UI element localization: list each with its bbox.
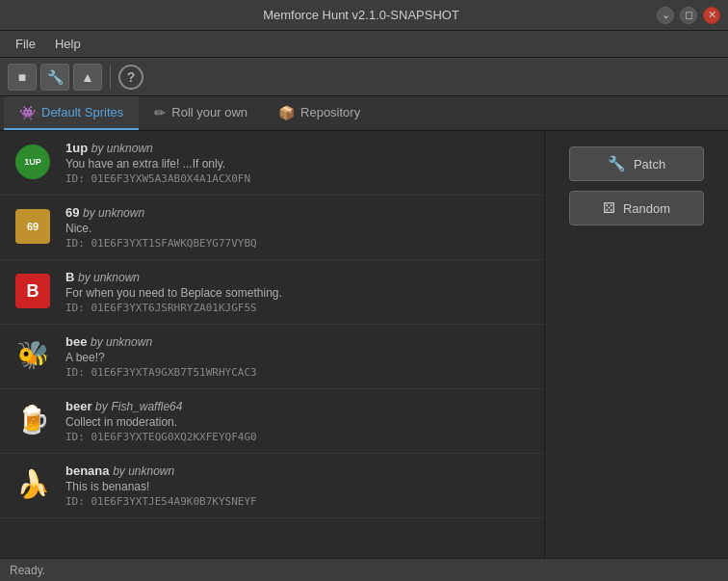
sprite-name: beer by Fish_waffle64 <box>65 399 533 413</box>
random-label: Random <box>623 201 670 216</box>
list-item[interactable]: 69 69 by unknown Nice. ID: 01E6F3YXT1SFA… <box>0 196 544 260</box>
sprite-id: ID: 01E6F3YXW5A3AB0X4A1ACX0FN <box>65 172 533 185</box>
status-bar: Ready. <box>0 558 728 581</box>
wrench-button[interactable]: 🔧 <box>40 64 69 91</box>
sprite-name: bee by unknown <box>65 334 533 349</box>
list-item[interactable]: 1up by unknown You have an extra life! .… <box>0 131 544 196</box>
menu-bar: File Help <box>0 31 728 58</box>
sprite-id: ID: 01E6F3YXTJE54A9K0B7KYSNEYF <box>65 495 533 508</box>
sprite-description: A bee!? <box>65 351 533 364</box>
help-button[interactable]: ? <box>118 65 143 90</box>
sprite-icon-container: 69 <box>12 205 54 248</box>
sprite-info: beer by Fish_waffle64 Collect in moderat… <box>65 399 533 443</box>
sprite-icon: 69 <box>15 209 50 244</box>
sprite-name: B by unknown <box>65 270 533 284</box>
sprite-icon-container: 🐝 <box>12 334 54 377</box>
list-item[interactable]: 🍌 benana by unknown This is benanas! ID:… <box>0 454 544 518</box>
toolbar: ■ 🔧 ▲ ? <box>0 58 728 96</box>
sprite-description: Collect in moderation. <box>65 415 533 429</box>
menu-help[interactable]: Help <box>47 34 89 54</box>
layout-button[interactable]: ■ <box>8 64 37 91</box>
tab-default-sprites-label: Default Sprites <box>41 105 123 119</box>
tabs-bar: 👾 Default Sprites ✏ Roll your own 📦 Repo… <box>0 96 728 131</box>
sprite-id: ID: 01E6F3YXT1SFAWKQBEYG77VYBQ <box>65 237 533 250</box>
sprite-name: 1up by unknown <box>65 141 533 155</box>
patch-label: Patch <box>634 157 665 172</box>
sprite-icon: 🐝 <box>16 342 50 369</box>
sprite-icon-container: B <box>12 270 54 312</box>
tab-roll-your-own-label: Roll your own <box>171 105 247 119</box>
repository-icon: 📦 <box>278 105 295 120</box>
list-item[interactable]: 🐝 bee by unknown A bee!? ID: 01E6F3YXTA9… <box>0 325 544 389</box>
patch-button[interactable]: 🔧 Patch <box>569 146 704 181</box>
sprite-info: 69 by unknown Nice. ID: 01E6F3YXT1SFAWKQ… <box>65 205 533 250</box>
sprite-icon-container: 🍺 <box>12 399 54 441</box>
minimize-button[interactable]: ⌄ <box>657 7 674 24</box>
upload-icon: ▲ <box>81 69 94 85</box>
sprite-list[interactable]: 1up by unknown You have an extra life! .… <box>0 131 545 558</box>
help-icon: ? <box>127 69 136 85</box>
window-title: Memforce Hunt v2.1.0-SNAPSHOT <box>65 8 657 22</box>
tab-default-sprites[interactable]: 👾 Default Sprites <box>4 96 139 130</box>
sprite-name: 69 by unknown <box>65 205 533 220</box>
random-icon: ⚄ <box>603 199 615 217</box>
list-item[interactable]: B B by unknown For when you need to Bepl… <box>0 260 544 325</box>
sprite-id: ID: 01E6F3YXTEQG0XQ2KXFEYQF4G0 <box>65 431 533 443</box>
default-sprites-icon: 👾 <box>19 105 36 120</box>
sprite-icon: 🍌 <box>16 471 50 498</box>
tab-repository-label: Repository <box>300 105 360 119</box>
sprite-name: benana by unknown <box>65 463 533 478</box>
sprite-icon <box>15 145 50 179</box>
list-item[interactable]: 🍺 beer by Fish_waffle64 Collect in moder… <box>0 389 544 454</box>
sprite-info: benana by unknown This is benanas! ID: 0… <box>65 463 533 508</box>
maximize-button[interactable]: ◻ <box>680 7 697 24</box>
tab-repository[interactable]: 📦 Repository <box>263 96 376 130</box>
layout-icon: ■ <box>18 69 26 85</box>
random-button[interactable]: ⚄ Random <box>569 191 704 225</box>
sprite-description: For when you need to Beplace something. <box>65 286 533 300</box>
menu-file[interactable]: File <box>8 34 43 54</box>
sprite-id: ID: 01E6F3YXT6JSRHRYZA01KJGF5S <box>65 302 533 314</box>
roll-your-own-icon: ✏ <box>154 105 166 120</box>
status-text: Ready. <box>10 564 45 577</box>
patch-icon: 🔧 <box>608 155 626 172</box>
right-panel: 🔧 Patch ⚄ Random <box>545 131 728 558</box>
close-button[interactable]: ✕ <box>703 7 720 24</box>
sprite-id: ID: 01E6F3YXTA9GXB7T51WRHYCAC3 <box>65 366 533 379</box>
sprite-description: This is benanas! <box>65 480 533 493</box>
upload-button[interactable]: ▲ <box>73 64 102 91</box>
sprite-info: B by unknown For when you need to Beplac… <box>65 270 533 314</box>
sprite-description: Nice. <box>65 222 533 235</box>
toolbar-separator <box>110 66 111 89</box>
wrench-icon: 🔧 <box>47 69 64 85</box>
sprite-description: You have an extra life! ...If only. <box>65 157 533 171</box>
tab-roll-your-own[interactable]: ✏ Roll your own <box>139 96 263 130</box>
sprite-icon-container: 🍌 <box>12 463 54 506</box>
sprite-icon: 🍺 <box>16 407 50 434</box>
sprite-info: bee by unknown A bee!? ID: 01E6F3YXTA9GX… <box>65 334 533 379</box>
sprite-icon: B <box>15 274 50 308</box>
sprite-icon-container <box>12 141 54 183</box>
window-controls: ⌄ ◻ ✕ <box>657 7 720 24</box>
sprite-info: 1up by unknown You have an extra life! .… <box>65 141 533 185</box>
main-content: 1up by unknown You have an extra life! .… <box>0 131 728 558</box>
title-bar: Memforce Hunt v2.1.0-SNAPSHOT ⌄ ◻ ✕ <box>0 0 728 31</box>
